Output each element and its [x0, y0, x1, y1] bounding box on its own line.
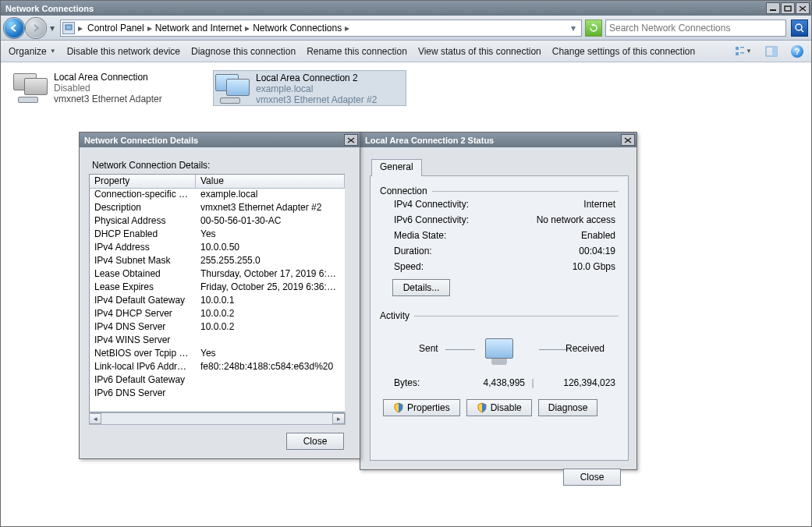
- details-dialog: Network Connection Details Network Conne…: [79, 132, 360, 459]
- col-property[interactable]: Property: [90, 175, 196, 188]
- duration-value: 00:04:19: [579, 246, 615, 256]
- scroll-right-icon[interactable]: ▸: [332, 413, 345, 424]
- table-row[interactable]: Link-local IPv6 Addressfe80::248b:4188:c…: [90, 361, 345, 374]
- status-close-button[interactable]: Close: [563, 469, 621, 486]
- table-row[interactable]: Lease ExpiresFriday, October 25, 2019 6:…: [90, 281, 345, 295]
- col-value[interactable]: Value: [196, 175, 345, 188]
- address-bar[interactable]: ▸ Control Panel ▸ Network and Internet ▸…: [60, 19, 582, 37]
- refresh-button[interactable]: [585, 19, 602, 37]
- diagnose-button[interactable]: Diagnose: [538, 399, 598, 416]
- network-adapter-icon: [13, 72, 48, 103]
- connection-group-label: Connection: [380, 186, 427, 196]
- network-adapter-icon: [215, 73, 250, 104]
- details-dialog-titlebar[interactable]: Network Connection Details: [80, 133, 360, 147]
- status-dialog-close-icon[interactable]: [621, 134, 635, 146]
- svg-rect-8: [740, 47, 744, 48]
- ipv6-conn-value: No network access: [537, 214, 615, 225]
- table-row[interactable]: Physical Address00-50-56-01-30-AC: [90, 215, 345, 228]
- connection-adapter: vmxnet3 Ethernet Adapter #2: [256, 94, 377, 105]
- table-row[interactable]: NetBIOS over Tcpip En...Yes: [90, 348, 345, 361]
- titlebar: Network Connections: [1, 1, 811, 16]
- activity-group-label: Activity: [380, 310, 410, 321]
- history-dropdown[interactable]: ▾: [48, 19, 57, 37]
- disable-button[interactable]: Disable: [466, 399, 532, 416]
- shield-icon: [393, 402, 404, 413]
- breadcrumb-seg[interactable]: Network and Internet: [154, 22, 243, 34]
- details-close-button[interactable]: Close: [286, 433, 344, 450]
- diagnose-connection-button[interactable]: Diagnose this connection: [191, 46, 296, 57]
- table-row[interactable]: IPv4 Address10.0.0.50: [90, 242, 345, 255]
- disable-device-button[interactable]: Disable this network device: [67, 46, 180, 57]
- svg-rect-9: [736, 52, 739, 55]
- connections-pane: Local Area Connection Disabled vmxnet3 E…: [1, 62, 811, 526]
- breadcrumb: Control Panel ▸ Network and Internet ▸ N…: [86, 22, 349, 34]
- duration-label: Duration:: [394, 246, 432, 256]
- horizontal-scrollbar[interactable]: ◂ ▸: [89, 412, 346, 425]
- speed-label: Speed:: [394, 261, 424, 272]
- rename-connection-button[interactable]: Rename this connection: [307, 46, 407, 57]
- table-row[interactable]: IPv4 DHCP Server10.0.0.2: [90, 308, 345, 321]
- organize-menu[interactable]: Organize▼: [9, 46, 56, 57]
- table-row[interactable]: IPv4 Subnet Mask255.255.255.0: [90, 255, 345, 268]
- svg-rect-1: [785, 6, 791, 11]
- connection-name: Local Area Connection 2: [256, 73, 377, 83]
- search-input[interactable]: [608, 22, 784, 34]
- table-row[interactable]: DHCP EnabledYes: [90, 228, 345, 242]
- close-button[interactable]: [796, 2, 810, 14]
- status-tabpanel: Connection IPv4 Connectivity:Internet IP…: [370, 175, 629, 461]
- table-row[interactable]: Descriptionvmxnet3 Ethernet Adapter #2: [90, 202, 345, 215]
- main-window: Network Connections ▾ ▸ Control Panel ▸ …: [0, 0, 812, 527]
- connection-item[interactable]: Local Area Connection Disabled vmxnet3 E…: [12, 70, 205, 106]
- status-dialog-titlebar[interactable]: Local Area Connection 2 Status: [360, 133, 636, 147]
- table-row[interactable]: IPv6 Default Gateway: [90, 374, 345, 387]
- ipv4-conn-value: Internet: [583, 199, 615, 210]
- media-state-value: Enabled: [581, 230, 615, 241]
- minimize-button[interactable]: [766, 2, 780, 14]
- table-row[interactable]: IPv4 DNS Server10.0.0.2: [90, 321, 345, 334]
- svg-line-6: [801, 30, 803, 32]
- view-status-button[interactable]: View status of this connection: [418, 46, 541, 57]
- speed-value: 10.0 Gbps: [573, 261, 615, 272]
- svg-point-5: [796, 24, 802, 30]
- bytes-received-value: 126,394,023: [541, 377, 615, 388]
- svg-rect-4: [66, 25, 72, 30]
- forward-button[interactable]: [26, 18, 46, 38]
- connection-name: Local Area Connection: [54, 72, 162, 83]
- properties-button[interactable]: Properties: [383, 399, 460, 416]
- received-label: Received: [566, 343, 605, 354]
- table-row[interactable]: IPv4 Default Gateway10.0.0.1: [90, 295, 345, 308]
- ipv4-conn-label: IPv4 Connectivity:: [394, 199, 469, 210]
- details-dialog-title: Network Connection Details: [84, 136, 344, 145]
- table-row[interactable]: IPv6 DNS Server: [90, 387, 345, 401]
- details-button[interactable]: Details...: [392, 279, 450, 296]
- table-row[interactable]: Connection-specific DN...example.local: [90, 189, 345, 202]
- window-title: Network Connections: [5, 4, 766, 13]
- svg-rect-0: [770, 9, 776, 11]
- network-folder-icon: [62, 22, 75, 34]
- search-box[interactable]: [605, 19, 786, 37]
- sent-label: Sent: [419, 343, 438, 354]
- addr-dropdown-icon[interactable]: ▾: [567, 22, 580, 34]
- view-options-icon[interactable]: ▼: [735, 43, 752, 60]
- details-subtitle: Network Connection Details:: [92, 160, 350, 171]
- table-row[interactable]: Lease ObtainedThursday, October 17, 2019…: [90, 268, 345, 281]
- maximize-button[interactable]: [781, 2, 795, 14]
- svg-rect-12: [772, 47, 777, 56]
- help-icon[interactable]: ?: [791, 45, 803, 58]
- scroll-left-icon[interactable]: ◂: [89, 413, 101, 424]
- tab-general[interactable]: General: [371, 159, 422, 176]
- search-button[interactable]: [791, 19, 808, 37]
- table-row[interactable]: IPv4 WINS Server: [90, 334, 345, 348]
- status-dialog: Local Area Connection 2 Status General C…: [360, 132, 637, 470]
- back-button[interactable]: [4, 18, 24, 38]
- change-settings-button[interactable]: Change settings of this connection: [552, 46, 695, 57]
- bytes-label: Bytes:: [394, 377, 453, 388]
- activity-diagram: Sent Received Bytes: 4,438,995 | 126,394…: [380, 321, 619, 393]
- status-dialog-title: Local Area Connection 2 Status: [365, 136, 621, 145]
- breadcrumb-seg[interactable]: Control Panel: [86, 22, 146, 34]
- preview-pane-icon[interactable]: [763, 43, 780, 60]
- details-dialog-close-icon[interactable]: [344, 134, 358, 146]
- connection-item-selected[interactable]: Local Area Connection 2 example.local vm…: [213, 70, 406, 106]
- activity-computer-icon: [481, 338, 517, 371]
- breadcrumb-seg[interactable]: Network Connections: [251, 22, 343, 34]
